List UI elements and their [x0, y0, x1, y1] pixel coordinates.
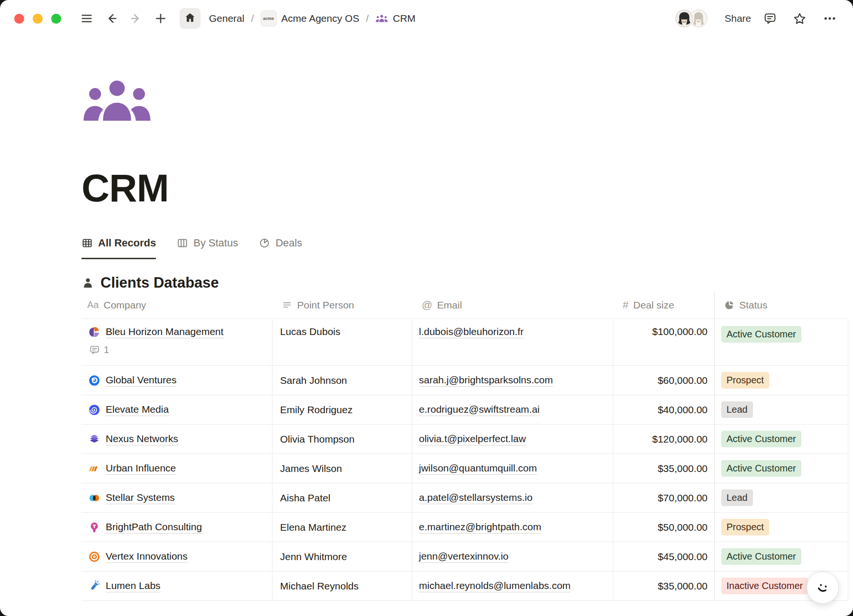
column-header-company[interactable]: Aa Company	[82, 291, 272, 318]
status-cell[interactable]: Prospect	[714, 513, 848, 542]
company-name-link[interactable]: Elevate Media	[106, 404, 169, 416]
status-cell[interactable]: Lead	[714, 395, 848, 424]
status-badge[interactable]: Lead	[721, 401, 753, 418]
company-name-link[interactable]: Urban Influence	[106, 462, 176, 475]
company-name-link[interactable]: Nexus Networks	[106, 433, 178, 445]
table-row[interactable]: Elevate Media Emily Rodriguez e.rodrigue…	[82, 395, 848, 425]
email-cell[interactable]: olivia.t@pixelperfect.law	[412, 425, 613, 453]
table-row[interactable]: Vertex Innovations Jenn Whitmore jenn@ve…	[82, 542, 848, 571]
column-header-deal-size[interactable]: # Deal size	[613, 291, 714, 318]
point-person-cell[interactable]: Lucas Dubois	[272, 319, 412, 365]
company-cell[interactable]: Urban Influence	[82, 454, 272, 483]
email-link[interactable]: l.dubois@bleuhorizon.fr	[419, 326, 524, 338]
point-person-cell[interactable]: James Wilson	[272, 454, 412, 483]
company-cell[interactable]: Nexus Networks	[82, 425, 272, 453]
breadcrumb-item-crm[interactable]: CRM	[372, 10, 418, 27]
company-cell[interactable]: Vertex Innovations	[82, 542, 272, 571]
company-name-link[interactable]: Bleu Horizon Management	[106, 326, 224, 338]
breadcrumb-item-acme-agency-os[interactable]: acme Acme Agency OS	[258, 9, 363, 28]
status-badge[interactable]: Prospect	[721, 519, 769, 535]
email-cell[interactable]: e.rodriguez@swiftstream.ai	[412, 395, 613, 424]
more-options-button[interactable]	[823, 11, 837, 26]
home-button[interactable]	[180, 8, 200, 29]
company-cell[interactable]: Lumen Labs	[82, 571, 272, 600]
deal-size-cell[interactable]: $35,000.00	[613, 454, 714, 483]
status-cell[interactable]: Prospect	[714, 366, 848, 395]
zoom-window-button[interactable]	[51, 14, 61, 24]
email-cell[interactable]: sarah.j@brightsparksolns.com	[412, 366, 613, 395]
table-row[interactable]: Urban Influence James Wilson jwilson@qua…	[82, 454, 848, 483]
status-badge[interactable]: Lead	[721, 489, 753, 506]
point-person-cell[interactable]: Sarah Johnson	[272, 366, 412, 395]
email-cell[interactable]: a.patel@stellarsystems.io	[412, 483, 613, 512]
deal-size-cell[interactable]: $100,000.00	[613, 319, 714, 365]
table-row[interactable]: Stellar Systems Aisha Patel a.patel@stel…	[82, 483, 848, 513]
comments-button[interactable]	[763, 12, 777, 25]
email-link[interactable]: a.patel@stellarsystems.io	[419, 492, 533, 504]
email-cell[interactable]: jenn@vertexinnov.io	[412, 542, 613, 571]
forward-button[interactable]	[129, 12, 143, 25]
email-link[interactable]: jwilson@quantumquill.com	[419, 462, 537, 475]
tab-deals[interactable]: Deals	[259, 237, 302, 259]
point-person-cell[interactable]: Aisha Patel	[272, 483, 412, 512]
back-button[interactable]	[105, 12, 118, 25]
company-cell[interactable]: Bleu Horizon Management 1	[82, 319, 272, 365]
email-cell[interactable]: michael.reynolds@lumenlabs.com	[412, 571, 613, 600]
email-link[interactable]: olivia.t@pixelperfect.law	[419, 433, 526, 445]
company-cell[interactable]: BrightPath Consulting	[82, 513, 272, 542]
company-cell[interactable]: Stellar Systems	[82, 483, 272, 512]
email-link[interactable]: sarah.j@brightsparksolns.com	[419, 374, 553, 387]
deal-size-cell[interactable]: $40,000.00	[613, 395, 714, 424]
company-cell[interactable]: Global Ventures	[82, 366, 272, 395]
ai-assistant-button[interactable]	[807, 571, 839, 604]
status-cell[interactable]: Active Customer	[714, 542, 848, 571]
breadcrumb-item-general[interactable]: General	[206, 11, 247, 26]
deal-size-cell[interactable]: $35,000.00	[613, 571, 714, 600]
deal-size-cell[interactable]: $50,000.00	[613, 513, 714, 542]
company-name-link[interactable]: Vertex Innovations	[106, 551, 188, 563]
avatar-stack[interactable]	[674, 9, 708, 28]
comment-count[interactable]: 1	[89, 344, 109, 355]
point-person-cell[interactable]: Olivia Thompson	[272, 425, 412, 453]
status-badge[interactable]: Active Customer	[721, 326, 801, 343]
deal-size-cell[interactable]: $60,000.00	[613, 366, 714, 395]
company-name-link[interactable]: BrightPath Consulting	[106, 521, 202, 534]
status-cell[interactable]: Active Customer	[714, 454, 848, 483]
hamburger-menu-button[interactable]	[80, 12, 93, 25]
share-button[interactable]: Share	[720, 10, 756, 27]
minimize-window-button[interactable]	[33, 14, 43, 24]
point-person-cell[interactable]: Michael Reynolds	[272, 571, 412, 600]
company-name-link[interactable]: Stellar Systems	[106, 492, 175, 504]
table-row[interactable]: Nexus Networks Olivia Thompson olivia.t@…	[82, 425, 848, 454]
tab-all-records[interactable]: All Records	[82, 237, 156, 259]
email-link[interactable]: e.martinez@brightpath.com	[419, 521, 541, 534]
deal-size-cell[interactable]: $45,000.00	[613, 542, 714, 571]
column-header-status[interactable]: Status	[714, 291, 848, 318]
table-row[interactable]: Bleu Horizon Management 1 Lucas Dubois l…	[82, 319, 848, 366]
new-tab-button[interactable]	[154, 12, 167, 25]
email-link[interactable]: michael.reynolds@lumenlabs.com	[419, 580, 571, 592]
status-cell[interactable]: Active Customer	[714, 319, 848, 365]
status-badge[interactable]: Prospect	[721, 372, 769, 389]
company-name-link[interactable]: Global Ventures	[106, 374, 176, 387]
close-window-button[interactable]	[14, 14, 24, 24]
status-badge[interactable]: Active Customer	[721, 460, 801, 477]
status-cell[interactable]: Active Customer	[714, 425, 848, 453]
company-name-link[interactable]: Lumen Labs	[106, 580, 161, 592]
email-cell[interactable]: e.martinez@brightpath.com	[412, 513, 613, 542]
favorite-button[interactable]	[793, 12, 807, 26]
page-icon-people-group[interactable]	[82, 78, 153, 126]
column-header-email[interactable]: @ Email	[412, 291, 613, 318]
point-person-cell[interactable]: Elena Martinez	[272, 513, 412, 542]
email-link[interactable]: jenn@vertexinnov.io	[419, 551, 508, 563]
deal-size-cell[interactable]: $120,000.00	[613, 425, 714, 453]
email-cell[interactable]: jwilson@quantumquill.com	[412, 454, 613, 483]
company-cell[interactable]: Elevate Media	[82, 395, 272, 424]
column-header-point-person[interactable]: Point Person	[272, 291, 412, 318]
table-row[interactable]: Lumen Labs Michael Reynolds michael.reyn…	[82, 571, 848, 601]
table-row[interactable]: Global Ventures Sarah Johnson sarah.j@br…	[82, 366, 848, 395]
status-badge[interactable]: Inactive Customer	[721, 578, 808, 594]
status-cell[interactable]: Lead	[714, 483, 848, 512]
point-person-cell[interactable]: Jenn Whitmore	[272, 542, 412, 571]
point-person-cell[interactable]: Emily Rodriguez	[272, 395, 412, 424]
